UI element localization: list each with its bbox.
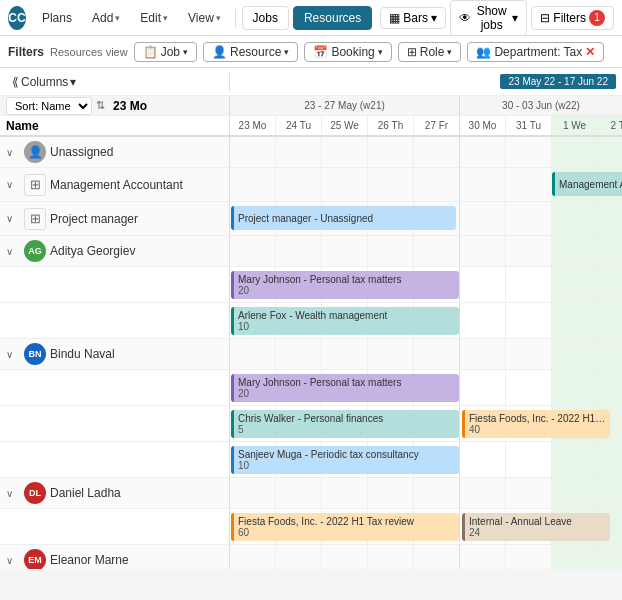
top-nav: CC Plans Add ▾ Edit ▾ View ▾ Jobs Resour…	[0, 0, 622, 36]
jobs-tab[interactable]: Jobs	[242, 6, 289, 30]
bindu-avatar: BN	[24, 343, 46, 365]
aditya-avatar: AG	[24, 240, 46, 262]
day-24tu: 24 Tu	[276, 116, 322, 135]
week1-label: 23 - 27 May (w21)	[230, 96, 460, 115]
task-daniel-fiesta[interactable]: Fiesta Foods, Inc. - 2022 H1 Tax review …	[231, 513, 459, 541]
eleanor-section: ∨ EM Eleanor Marne	[0, 545, 622, 569]
pm-expand[interactable]: ∨	[6, 213, 20, 224]
day-27fr: 27 Fr	[414, 116, 460, 135]
app-logo: CC	[8, 6, 26, 30]
daniel-header-row: ∨ DL Daniel Ladha	[0, 478, 622, 509]
resources-view-label: Resources view	[50, 46, 128, 58]
dept-close-icon[interactable]: ✕	[585, 45, 595, 59]
project-manager-row: ∨ ⊞ Project manager Project manager - Un…	[0, 202, 622, 236]
unassigned-avatar: 👤	[24, 141, 46, 163]
eleanor-avatar: EM	[24, 549, 46, 569]
daniel-task-row-1: Fiesta Foods, Inc. - 2022 H1 Tax review …	[0, 509, 622, 545]
edit-button[interactable]: Edit ▾	[132, 8, 176, 28]
plans-button[interactable]: Plans	[34, 8, 80, 28]
bars-chevron-icon: ▾	[431, 11, 437, 25]
dept-icon: 👥	[476, 45, 491, 59]
mgmt-name: Management Accountant	[50, 178, 183, 192]
bars-button[interactable]: ▦ Bars ▾	[380, 7, 446, 29]
nav-separator	[235, 9, 236, 27]
bars-icon: ▦	[389, 11, 400, 25]
bindu-expand[interactable]: ∨	[6, 349, 20, 360]
daniel-avatar: DL	[24, 482, 46, 504]
show-jobs-button[interactable]: 👁 Show jobs ▾	[450, 0, 527, 36]
role-icon: ⊞	[407, 45, 417, 59]
columns-button[interactable]: ⟪ Columns ▾	[6, 73, 82, 91]
day-25we: 25 We	[322, 116, 368, 135]
resource-chevron-icon: ▾	[284, 47, 289, 57]
daniel-section: ∨ DL Daniel Ladha	[0, 478, 622, 545]
sort-direction-icon[interactable]: ⇅	[96, 99, 105, 112]
resource-filter-chip[interactable]: 👤 Resource ▾	[203, 42, 298, 62]
task-pm-unassigned[interactable]: Project manager - Unassigned	[231, 206, 456, 230]
view-button[interactable]: View ▾	[180, 8, 229, 28]
name-column-header: 23 Mo	[113, 99, 147, 113]
name-header: Name	[6, 119, 39, 133]
unassigned-expand[interactable]: ∨	[6, 147, 20, 158]
columns-down-icon: ▾	[70, 75, 76, 89]
sort-select[interactable]: Sort: Name	[6, 97, 92, 115]
columns-chevron-icon: ⟪	[12, 75, 19, 89]
aditya-section: ∨ AG Aditya Georgiev	[0, 236, 622, 339]
mgmt-expand[interactable]: ∨	[6, 179, 20, 190]
mgmt-icon: ⊞	[24, 174, 46, 196]
unassigned-row: ∨ 👤 Unassigned	[0, 137, 622, 168]
eleanor-expand[interactable]: ∨	[6, 555, 20, 566]
aditya-task-row-2: Arlene Fox - Wealth management 10	[0, 303, 622, 339]
filters-label: Filters	[8, 45, 44, 59]
task-daniel-leave[interactable]: Internal - Annual Leave 24	[462, 513, 610, 541]
aditya-task-row-1: Mary Johnson - Personal tax matters 20	[0, 267, 622, 303]
filter-icon: ⊟	[540, 11, 550, 25]
filters-button[interactable]: ⊟ Filters 1	[531, 6, 614, 30]
booking-chevron-icon: ▾	[378, 47, 383, 57]
role-chevron-icon: ▾	[447, 47, 452, 57]
week2-label: 30 - 03 Jun (w22)	[460, 96, 622, 115]
aditya-expand[interactable]: ∨	[6, 246, 20, 257]
unassigned-name: Unassigned	[50, 145, 113, 159]
day-26th: 26 Th	[368, 116, 414, 135]
department-filter-chip[interactable]: 👥 Department: Tax ✕	[467, 42, 604, 62]
job-chevron-icon: ▾	[183, 47, 188, 57]
add-button[interactable]: Add ▾	[84, 8, 128, 28]
pm-icon: ⊞	[24, 208, 46, 230]
bindu-section: ∨ BN Bindu Naval	[0, 339, 622, 478]
eye-icon: 👁	[459, 11, 471, 25]
bindu-task-row-1: Mary Johnson - Personal tax matters 20	[0, 370, 622, 406]
role-filter-chip[interactable]: ⊞ Role ▾	[398, 42, 462, 62]
day-2th: 2 Th	[598, 116, 622, 135]
task-mgmt-acct[interactable]: Management Acco	[552, 172, 622, 196]
edit-chevron-icon: ▾	[163, 13, 168, 23]
daniel-expand[interactable]: ∨	[6, 488, 20, 499]
daniel-name: Daniel Ladha	[50, 486, 121, 500]
job-icon: 📋	[143, 45, 158, 59]
aditya-header-row: ∨ AG Aditya Georgiev	[0, 236, 622, 267]
filter-bar: Filters Resources view 📋 Job ▾ 👤 Resourc…	[0, 36, 622, 68]
filter-count-badge: 1	[589, 10, 605, 26]
pm-name: Project manager	[50, 212, 138, 226]
resource-icon: 👤	[212, 45, 227, 59]
booking-icon: 📅	[313, 45, 328, 59]
day-30mo: 30 Mo	[460, 116, 506, 135]
task-bindu-sanjeev[interactable]: Sanjeev Muga - Periodic tax consultancy …	[231, 446, 459, 474]
task-aditya-mary[interactable]: Mary Johnson - Personal tax matters 20	[231, 271, 459, 299]
job-filter-chip[interactable]: 📋 Job ▾	[134, 42, 197, 62]
day-31tu: 31 Tu	[506, 116, 552, 135]
view-chevron-icon: ▾	[216, 13, 221, 23]
task-bindu-chris[interactable]: Chris Walker - Personal finances 5	[231, 410, 459, 438]
task-bindu-fiesta[interactable]: Fiesta Foods, Inc. - 2022 H1 Tax review …	[462, 410, 610, 438]
aditya-name: Aditya Georgiev	[50, 244, 135, 258]
current-week-banner: 23 May 22 - 17 Jun 22	[500, 74, 616, 89]
booking-filter-chip[interactable]: 📅 Booking ▾	[304, 42, 391, 62]
add-chevron-icon: ▾	[115, 13, 120, 23]
show-jobs-chevron-icon: ▾	[512, 11, 518, 25]
bindu-header-row: ∨ BN Bindu Naval	[0, 339, 622, 370]
bindu-task-row-3: Sanjeev Muga - Periodic tax consultancy …	[0, 442, 622, 478]
task-bindu-mary[interactable]: Mary Johnson - Personal tax matters 20	[231, 374, 459, 402]
task-aditya-arlene[interactable]: Arlene Fox - Wealth management 10	[231, 307, 459, 335]
resources-tab[interactable]: Resources	[293, 6, 372, 30]
resource-rows: ∨ 👤 Unassigned ∨ ⊞ Management Accountant	[0, 137, 622, 569]
